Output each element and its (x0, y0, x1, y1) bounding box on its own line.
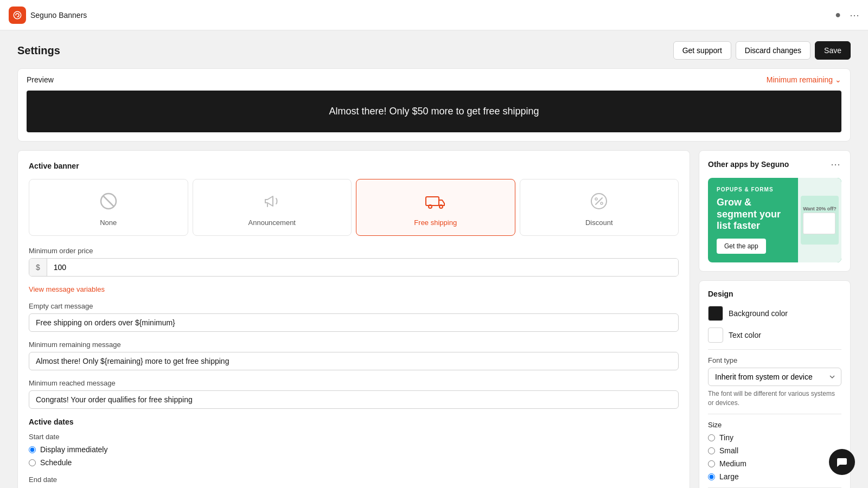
svg-rect-3 (426, 197, 439, 206)
min-remaining-message-input[interactable] (29, 352, 679, 370)
free-shipping-icon (423, 188, 449, 214)
size-small-label: Small (719, 446, 738, 455)
divider-1 (708, 349, 841, 350)
svg-point-7 (595, 198, 597, 200)
size-tiny[interactable]: Tiny (708, 433, 841, 442)
empty-cart-message-input[interactable] (29, 313, 679, 332)
preview-dropdown[interactable]: Minimum remaining ⌄ (767, 75, 841, 84)
radio-schedule-label: Schedule (40, 458, 72, 467)
nav-left: Seguno Banners (9, 7, 87, 24)
min-reached-message-input[interactable] (29, 390, 679, 409)
text-color-swatch[interactable] (708, 328, 723, 343)
announcement-icon (259, 188, 285, 214)
banner-type-discount[interactable]: Discount (520, 179, 679, 236)
radio-schedule[interactable]: Schedule (29, 458, 679, 467)
nav-right: ● ⋯ (835, 9, 859, 21)
promo-heading: Grow & segment your list faster (717, 197, 789, 232)
banner-type-announcement[interactable]: Announcement (193, 179, 352, 236)
currency-symbol: $ (29, 259, 47, 276)
start-date-radio-group: Display immediately Schedule (29, 445, 679, 467)
text-color-label: Text color (729, 331, 761, 339)
preview-label: Preview (27, 75, 54, 84)
radio-schedule-input[interactable] (29, 459, 36, 466)
app-name: Seguno Banners (30, 11, 87, 20)
user-icon[interactable]: ● (835, 9, 841, 21)
promo-get-app-button[interactable]: Get the app (717, 239, 766, 254)
promo-banner: POPUPS & FORMS Grow & segment your list … (708, 178, 841, 262)
text-color-row: Text color (708, 328, 841, 343)
size-radio-group: Tiny Small Medium Large (708, 433, 841, 481)
more-icon[interactable]: ⋯ (850, 9, 859, 21)
discount-icon (586, 188, 612, 214)
banner-type-none-label: None (100, 219, 117, 227)
promo-left: POPUPS & FORMS Grow & segment your list … (708, 178, 798, 262)
svg-line-2 (103, 196, 114, 207)
preview-banner-text: Almost there! Only $50 more to get free … (329, 106, 539, 117)
active-dates-section: Active dates Start date Display immediat… (29, 418, 679, 488)
font-type-select[interactable]: Inherit from system or device (708, 368, 841, 386)
divider-2 (708, 414, 841, 414)
preview-banner: Almost there! Only $50 more to get free … (27, 91, 841, 132)
save-button[interactable]: Save (815, 41, 851, 60)
top-nav: Seguno Banners ● ⋯ (0, 0, 868, 30)
get-support-button[interactable]: Get support (673, 41, 731, 60)
preview-card: Preview Minimum remaining ⌄ Almost there… (17, 68, 851, 142)
size-large[interactable]: Large (708, 472, 841, 481)
size-small-input[interactable] (708, 447, 715, 454)
size-large-input[interactable] (708, 473, 715, 480)
radio-display-immediately-label: Display immediately (40, 445, 107, 454)
min-order-price-input[interactable] (47, 259, 678, 276)
end-date-label: End date (29, 476, 679, 484)
other-apps-header: Other apps by Seguno ⋯ (699, 151, 850, 178)
active-banner-title: Active banner (29, 162, 679, 170)
banner-type-announcement-label: Announcement (248, 219, 296, 227)
font-type-label: Font type (708, 356, 841, 364)
right-panel: Other apps by Seguno ⋯ POPUPS & FORMS Gr… (699, 150, 851, 488)
discard-changes-button[interactable]: Discard changes (736, 41, 810, 60)
header-actions: Get support Discard changes Save (673, 41, 851, 60)
size-tiny-input[interactable] (708, 434, 715, 441)
size-small[interactable]: Small (708, 446, 841, 455)
banner-type-discount-label: Discount (585, 219, 613, 227)
min-reached-message-label: Minimum reached message (29, 379, 679, 387)
design-title: Design (708, 290, 841, 298)
banner-type-free-shipping[interactable]: Free shipping (356, 179, 515, 236)
active-dates-title: Active dates (29, 418, 679, 426)
radio-display-immediately[interactable]: Display immediately (29, 445, 679, 454)
other-apps-more-icon[interactable]: ⋯ (831, 158, 841, 170)
promo-right-image: Want 20% off? (798, 178, 841, 262)
min-remaining-message-group: Minimum remaining message (29, 341, 679, 370)
chevron-down-icon: ⌄ (835, 75, 841, 84)
empty-cart-message-group: Empty cart message (29, 302, 679, 332)
design-card: Design Background color Text color Font … (699, 280, 851, 488)
background-color-label: Background color (729, 309, 788, 318)
size-large-label: Large (719, 472, 739, 481)
start-date-group: Start date Display immediately Schedule (29, 433, 679, 467)
end-date-group: End date Display indefinitely (29, 476, 679, 488)
page-header: Settings Get support Discard changes Sav… (0, 30, 868, 68)
svg-point-5 (439, 205, 443, 208)
min-reached-message-group: Minimum reached message (29, 379, 679, 409)
empty-cart-message-label: Empty cart message (29, 302, 679, 310)
size-tiny-label: Tiny (719, 433, 733, 442)
app-icon (9, 7, 26, 24)
start-date-label: Start date (29, 433, 679, 441)
svg-point-0 (14, 11, 21, 19)
preview-dropdown-label: Minimum remaining (767, 75, 833, 84)
chat-button[interactable] (829, 449, 855, 475)
svg-point-4 (429, 205, 432, 208)
main-content: Preview Minimum remaining ⌄ Almost there… (0, 68, 868, 488)
banner-type-none[interactable]: None (29, 179, 188, 236)
background-color-swatch[interactable] (708, 306, 723, 321)
none-icon (95, 188, 122, 214)
size-medium[interactable]: Medium (708, 459, 841, 468)
min-order-price-group: Minimum order price $ (29, 247, 679, 277)
svg-point-8 (601, 202, 603, 204)
size-medium-label: Medium (719, 459, 746, 468)
size-medium-input[interactable] (708, 460, 715, 467)
min-order-price-label: Minimum order price (29, 247, 679, 255)
view-message-variables-link[interactable]: View message variables (29, 285, 679, 293)
radio-display-immediately-input[interactable] (29, 446, 36, 453)
other-apps-card: Other apps by Seguno ⋯ POPUPS & FORMS Gr… (699, 150, 851, 272)
min-remaining-message-label: Minimum remaining message (29, 341, 679, 349)
